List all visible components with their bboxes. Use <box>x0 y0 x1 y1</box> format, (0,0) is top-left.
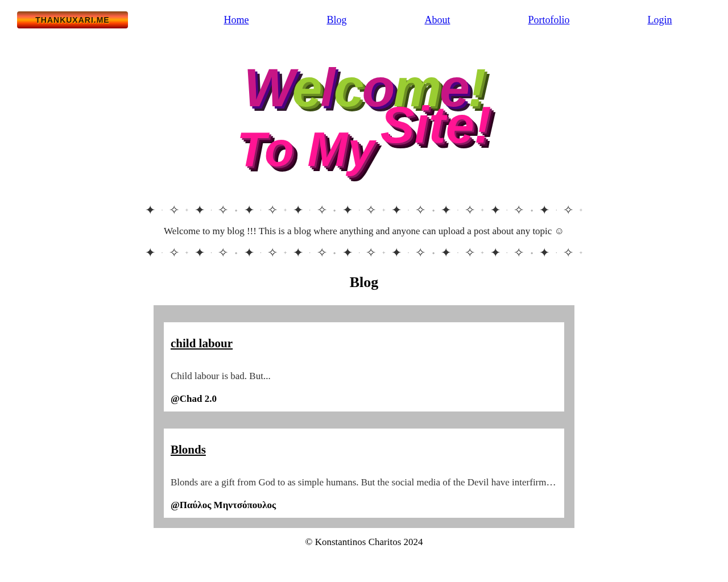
header: THANKUXARI.ME Home Blog About Portofolio… <box>0 0 728 40</box>
main-nav: Home Blog About Portofolio Login <box>185 14 711 26</box>
intro-text: Welcome to my blog !!! This is a blog wh… <box>0 226 728 237</box>
post-title[interactable]: Blonds <box>171 443 557 457</box>
post-title[interactable]: child labour <box>171 336 557 351</box>
blog-heading: Blog <box>0 274 728 291</box>
tomy-word: To My <box>237 122 374 177</box>
post-excerpt: Child labour is bad. But... <box>171 371 557 382</box>
nav-home[interactable]: Home <box>224 14 249 26</box>
blog-container: child labour Child labour is bad. But...… <box>154 305 574 528</box>
nav-about[interactable]: About <box>424 14 450 26</box>
welcome-graphic: Welcome! To My Site! <box>237 57 491 177</box>
blog-section: Blog child labour Child labour is bad. B… <box>0 274 728 528</box>
hero-section: Welcome! To My Site! <box>0 40 728 194</box>
sparkle-divider-top: ✦·✧+✦·✧∘✦·✧+✦·✧∘✦·✧+✦·✧∘✦·✧+✦·✧∘✦·✧+ <box>142 200 586 220</box>
sparkle-divider-bottom: ✦·✧+✦·✧∘✦·✧+✦·✧∘✦·✧+✦·✧∘✦·✧+✦·✧∘✦·✧+ <box>142 243 586 263</box>
copyright-text: © Konstantinos Charitos 2024 <box>305 537 423 547</box>
post-author: @Παύλος Μηντσόπουλος <box>171 500 557 511</box>
nav-blog[interactable]: Blog <box>326 14 346 26</box>
site-word: Site! <box>380 96 491 155</box>
post-excerpt: Blonds are a gift from God to as simple … <box>171 477 557 488</box>
blog-post[interactable]: Blonds Blonds are a gift from God to as … <box>164 429 564 518</box>
post-author: @Chad 2.0 <box>171 393 557 405</box>
nav-portfolio[interactable]: Portofolio <box>528 14 569 26</box>
nav-login[interactable]: Login <box>647 14 672 26</box>
footer: © Konstantinos Charitos 2024 <box>0 528 728 556</box>
site-logo[interactable]: THANKUXARI.ME <box>17 11 128 28</box>
tomy-site-row: To My Site! <box>237 119 491 177</box>
blog-post[interactable]: child labour Child labour is bad. But...… <box>164 322 564 411</box>
